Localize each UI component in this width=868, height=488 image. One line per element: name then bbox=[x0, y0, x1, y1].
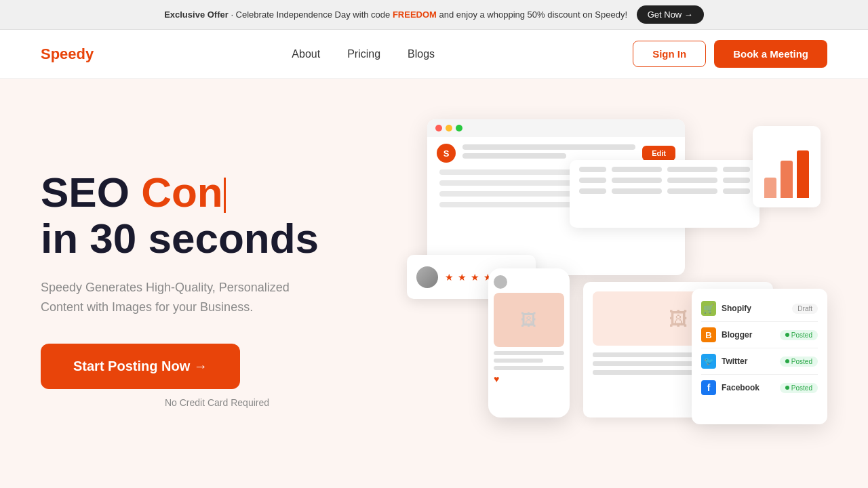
blog-line-3 bbox=[593, 370, 704, 375]
publisher-row-shopify: 🛒 Shopify Draft bbox=[701, 296, 818, 322]
image-placeholder-icon: 🖼 bbox=[521, 310, 537, 329]
hero-section: SEO Con in 30 seconds Speedy Generates H… bbox=[0, 79, 868, 485]
table-row-2 bbox=[579, 178, 750, 183]
get-now-button[interactable]: Get Now → bbox=[637, 5, 704, 24]
publisher-left-blogger: B Blogger bbox=[701, 327, 752, 342]
publisher-card: 🛒 Shopify Draft B Blogger Posted bbox=[692, 289, 827, 424]
tcell-4 bbox=[723, 167, 750, 172]
twitter-status-dot bbox=[785, 359, 789, 363]
nav-about[interactable]: About bbox=[292, 48, 320, 60]
shopify-icon: 🛒 bbox=[701, 301, 716, 316]
browser-line-1 bbox=[462, 144, 635, 150]
facebook-status: Posted bbox=[780, 383, 818, 393]
browser-dots bbox=[427, 119, 685, 137]
facebook-icon: f bbox=[701, 380, 716, 395]
phone-line-3 bbox=[494, 366, 564, 370]
hero-title-orange: Con bbox=[141, 169, 226, 216]
blogger-name: Blogger bbox=[722, 330, 752, 340]
hero-illustration: S Edit bbox=[407, 119, 827, 458]
blogger-status: Posted bbox=[780, 330, 818, 340]
publisher-row-twitter: 🐦 Twitter Posted bbox=[701, 348, 818, 375]
shopify-name: Shopify bbox=[722, 304, 751, 313]
tcell-2 bbox=[612, 167, 662, 172]
hero-title-line2: in 30 seconds bbox=[41, 215, 319, 262]
stats-row: 📋 100K+ Articles created Y Combinator BU… bbox=[0, 485, 868, 488]
tcell-5 bbox=[579, 178, 606, 183]
no-credit-text: No Credit Card Required bbox=[41, 397, 393, 408]
twitter-icon: 🐦 bbox=[701, 354, 716, 369]
mock-ui-container: S Edit bbox=[407, 119, 827, 458]
bar-1 bbox=[764, 178, 776, 198]
blogger-status-dot bbox=[785, 333, 789, 337]
publisher-row-facebook: f Facebook Posted bbox=[701, 375, 818, 401]
avatar-image bbox=[416, 266, 438, 288]
phone-image: 🖼 bbox=[494, 293, 564, 347]
top-banner: Exclusive Offer · Celebrate Independence… bbox=[0, 0, 868, 30]
hero-title: SEO Con in 30 seconds bbox=[41, 169, 393, 262]
hero-content: SEO Con in 30 seconds Speedy Generates H… bbox=[41, 169, 393, 409]
publisher-left-shopify: 🛒 Shopify bbox=[701, 301, 751, 316]
tcell-7 bbox=[667, 178, 717, 183]
banner-middle: · Celebrate Independence Day with code bbox=[229, 9, 393, 20]
blog-image-placeholder-icon: 🖼 bbox=[669, 308, 688, 330]
logo: Speedy bbox=[41, 45, 94, 63]
facebook-status-dot bbox=[785, 386, 789, 390]
tcell-10 bbox=[612, 188, 662, 194]
table-card bbox=[570, 160, 760, 228]
twitter-name: Twitter bbox=[722, 357, 747, 366]
nav-blogs[interactable]: Blogs bbox=[408, 48, 435, 60]
dot-red bbox=[435, 125, 442, 131]
tcell-9 bbox=[579, 188, 606, 194]
sign-in-button[interactable]: Sign In bbox=[633, 41, 706, 67]
banner-prefix: Exclusive Offer bbox=[164, 9, 229, 20]
reviewer-avatar bbox=[416, 266, 438, 288]
start-posting-button[interactable]: Start Posting Now → bbox=[41, 344, 240, 389]
dot-green bbox=[456, 125, 462, 131]
table-row-1 bbox=[579, 167, 750, 172]
publisher-left-facebook: f Facebook bbox=[701, 380, 760, 395]
dot-yellow bbox=[446, 125, 452, 131]
facebook-name: Facebook bbox=[722, 383, 760, 392]
browser-line-2 bbox=[462, 153, 566, 159]
browser-avatar: S bbox=[437, 144, 456, 163]
browser-action-btn[interactable]: Edit bbox=[642, 146, 675, 161]
phone-heart-icon: ♥ bbox=[494, 373, 564, 384]
banner-suffix: and enjoy a whopping 50% discount on Spe… bbox=[437, 9, 627, 20]
table-row-3 bbox=[579, 188, 750, 194]
chart-card bbox=[753, 126, 821, 207]
tcell-1 bbox=[579, 167, 606, 172]
twitter-status: Posted bbox=[780, 357, 818, 367]
tcell-3 bbox=[667, 167, 717, 172]
banner-code: FREEDOM bbox=[393, 9, 437, 20]
publisher-row-blogger: B Blogger Posted bbox=[701, 322, 818, 348]
tcell-6 bbox=[612, 178, 662, 183]
phone-line-2 bbox=[494, 359, 543, 363]
phone-line-1 bbox=[494, 351, 564, 355]
phone-card: 🖼 ♥ bbox=[488, 268, 570, 418]
header-actions: Sign In Book a Meeting bbox=[633, 40, 827, 68]
tcell-11 bbox=[667, 188, 717, 194]
hero-subtitle: Speedy Generates High-Quality, Personali… bbox=[41, 278, 312, 317]
blogger-icon: B bbox=[701, 327, 716, 342]
tcell-8 bbox=[723, 178, 750, 183]
tcell-12 bbox=[723, 188, 750, 194]
main-nav: About Pricing Blogs bbox=[292, 48, 435, 60]
nav-pricing[interactable]: Pricing bbox=[347, 48, 380, 60]
header: Speedy About Pricing Blogs Sign In Book … bbox=[0, 30, 868, 79]
book-meeting-button[interactable]: Book a Meeting bbox=[714, 40, 827, 68]
bar-3 bbox=[797, 150, 809, 198]
phone-avatar bbox=[494, 275, 507, 289]
shopify-status: Draft bbox=[792, 304, 818, 314]
publisher-left-twitter: 🐦 Twitter bbox=[701, 354, 747, 369]
bar-2 bbox=[781, 161, 793, 198]
